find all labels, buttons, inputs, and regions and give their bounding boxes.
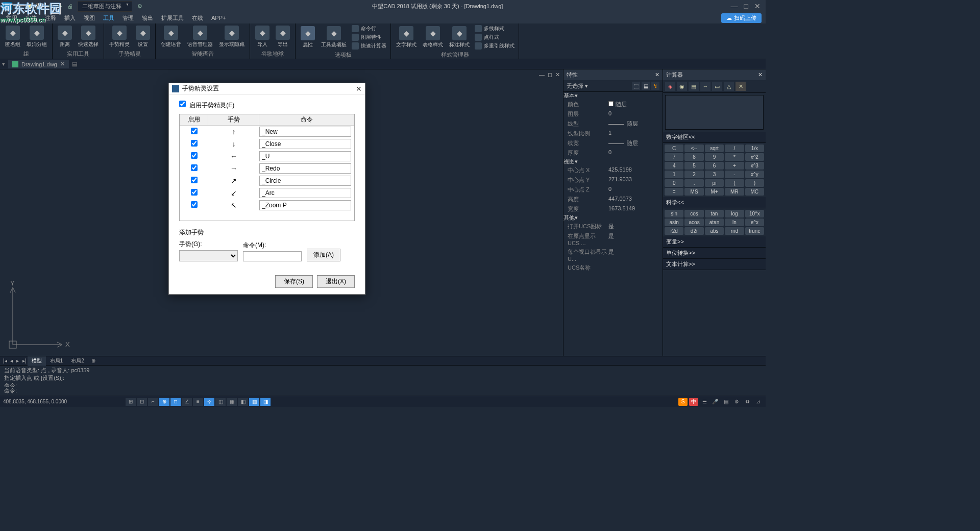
ribbon-btn-快速选择[interactable]: ◆快速选择 [76,25,101,49]
upload-button[interactable]: ☁ 扫码上传 [721,13,762,23]
panel-close-icon[interactable]: ✕ [655,71,659,78]
ribbon-btn-导出[interactable]: ◆导出 [274,25,292,49]
prop-row[interactable]: 线型比例1 [564,129,663,138]
gesture-command-input[interactable] [259,127,351,137]
lineweight-icon[interactable]: ≡ [193,398,203,406]
mdi-close[interactable]: ✕ [555,71,560,78]
ribbon-btn-表格样式[interactable]: ◆表格样式 [421,25,445,50]
ribbon-btn-创建语音[interactable]: ◆创建语音 [159,25,183,49]
layout-tab-布局1[interactable]: 布局1 [46,356,67,366]
snap-icon[interactable]: ⊡ [137,398,147,406]
ime-zh-icon[interactable]: 中 [689,398,698,406]
prop-section-other[interactable]: 其他▾ [564,214,663,222]
calc-key-6[interactable]: 6 [705,162,724,170]
calc-key-*[interactable]: * [725,153,744,161]
menu-实体[interactable]: 实体 [21,13,41,23]
prop-row[interactable]: 厚度0 [564,148,663,158]
add-button[interactable]: 添加(A) [307,249,340,261]
qat-new-icon[interactable]: ▢ [14,2,23,11]
gesture-select[interactable] [179,250,238,261]
row-enable-checkbox[interactable] [191,140,198,147]
row-enable-checkbox[interactable] [191,152,198,159]
prop-section-view[interactable]: 视图▾ [564,158,663,165]
qat-undo-icon[interactable]: ↶ [45,2,54,11]
command-input[interactable] [243,251,302,261]
dialog-titlebar[interactable]: 手势精灵设置 ✕ [169,83,365,94]
calc-key-acos[interactable]: acos [684,219,703,226]
calc-key-=[interactable]: = [665,188,683,196]
calc-key-x^y[interactable]: x^y [745,171,764,178]
col-command[interactable]: 命令 [259,114,354,125]
prop-section-basic[interactable]: 基本▾ [564,92,663,100]
status-r1[interactable]: ☰ [700,398,709,406]
ribbon-btn-标注样式[interactable]: ◆标注样式 [447,25,472,50]
tab-overflow-icon[interactable]: ▤ [72,61,77,67]
menu-在线[interactable]: 在线 [188,13,207,23]
document-tab[interactable]: Drawing1.dwg ✕ [8,60,69,68]
calc-key-/[interactable]: / [725,144,744,152]
layout-first-icon[interactable]: |◂ [2,358,8,364]
qat-open-icon[interactable]: 📁 [24,2,34,11]
status-r2[interactable]: 🎤 [710,398,720,406]
prop-row[interactable]: 每个视口都显示 U...是 [564,247,663,263]
exit-button[interactable]: 退出(X) [317,275,355,288]
calc-key-x^3[interactable]: x^3 [745,162,764,170]
calc-key-7[interactable]: 7 [665,153,683,161]
menu-插入[interactable]: 插入 [60,13,80,23]
close-tab-icon[interactable]: ✕ [60,61,65,67]
status-tool-11[interactable]: ◧ [238,398,248,406]
prop-row[interactable]: 线型随层 [564,119,663,129]
ribbon-btn-距离[interactable]: ◆距离 [56,25,74,49]
maximize-button[interactable]: □ [744,2,748,10]
row-enable-checkbox[interactable] [191,128,198,134]
calc-key-abs[interactable]: abs [705,227,724,235]
calc-key-sqrt[interactable]: sqrt [705,144,724,152]
ribbon-btn-导入[interactable]: ◆导入 [253,25,272,49]
prop-row[interactable]: 打开UCS图标是 [564,222,663,231]
calculator-panel-header[interactable]: 计算器 ✕ [663,69,766,80]
status-r6[interactable]: ⊿ [753,398,763,406]
command-prompt[interactable]: 命令: [4,387,762,395]
calc-key-d2r[interactable]: d2r [684,227,703,235]
status-r3[interactable]: ▤ [721,398,730,406]
ime-s-icon[interactable]: S [678,398,688,406]
menu-输出[interactable]: 输出 [138,13,157,23]
calc-clear-icon[interactable]: ◈ [665,82,675,91]
ribbon-small-多重引线样式[interactable]: 多重引线样式 [474,42,516,50]
menu-注释[interactable]: 注释 [41,13,60,23]
calc-key-9[interactable]: 9 [705,153,724,161]
otrack-icon[interactable]: ∠ [182,398,192,406]
gesture-command-input[interactable] [259,139,351,149]
text-section-header[interactable]: 文本计算>> [663,259,766,270]
qat-print-icon[interactable]: 🖨 [65,2,75,11]
table-body[interactable]: ↑↓←→↗↙↖ [180,126,354,221]
ribbon-small-命令行[interactable]: 命令行 [351,25,387,33]
menu-视图[interactable]: 视图 [80,13,99,23]
gesture-command-input[interactable] [259,176,351,186]
snap-grid-icon[interactable]: ⊞ [126,398,136,406]
calc-display[interactable] [665,95,764,130]
prop-row[interactable]: 中心点 Z0 [564,185,663,195]
polar-icon[interactable]: ⊕ [159,398,169,406]
layout-tab-模型[interactable]: 模型 [28,356,46,366]
prop-row[interactable]: 中心点 X425.5198 [564,165,663,175]
ribbon-btn-属性[interactable]: ◆属性 [299,25,317,50]
osnap-icon[interactable]: □ [170,398,181,406]
calc-key-8[interactable]: 8 [684,153,703,161]
minimize-button[interactable]: — [731,2,738,10]
col-gesture[interactable]: 手势 [208,114,259,125]
qat-redo-icon[interactable]: ↷ [55,2,64,11]
layout-prev-icon[interactable]: ◂ [9,358,14,364]
calc-key--[interactable]: - [725,171,744,178]
calc-key-)[interactable]: ) [745,179,764,187]
calc-tool3-icon[interactable]: ▤ [689,82,699,91]
ribbon-btn-取消分组[interactable]: ◆取消分组 [24,25,49,49]
col-enable[interactable]: 启用 [180,114,208,125]
calc-tool5-icon[interactable]: ▭ [712,82,722,91]
calc-key-.[interactable]: . [684,179,703,187]
dyn-icon[interactable]: ▥ [249,398,259,406]
tab-list-toggle[interactable]: ▾ [2,61,5,67]
close-button[interactable]: ✕ [754,2,761,10]
prop-row[interactable]: 在原点显示 UCS ...是 [564,231,663,247]
panel-close-icon[interactable]: ✕ [758,71,763,78]
